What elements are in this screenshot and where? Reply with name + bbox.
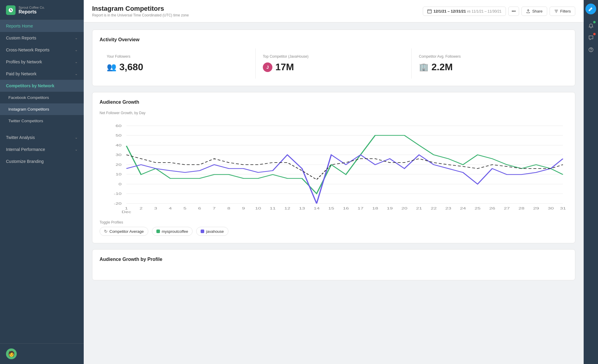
sidebar-item-facebook-competitors[interactable]: Facebook Competitors	[0, 92, 84, 103]
svg-text:2: 2	[140, 207, 143, 210]
sidebar: Sprout Coffee Co. Reports Reports Home C…	[0, 0, 84, 364]
legend-competitor-avg[interactable]: ↻ Competitor Average	[100, 227, 148, 236]
top-competitor-label: Top Competitor (JavaHouse)	[263, 54, 404, 59]
user-avatar-section: 🧑	[0, 343, 84, 364]
top-competitor-value: J 17M	[263, 62, 404, 73]
audience-growth-by-profile-card: Audience Growth by Profile	[92, 249, 575, 280]
svg-text:30: 30	[548, 207, 554, 210]
sidebar-item-paid-by-network[interactable]: Paid by Network ⌄	[0, 68, 84, 80]
content-area: Activity Overview Your Followers 👥 3,680…	[84, 22, 584, 364]
svg-text:26: 26	[489, 207, 495, 210]
legend-javahouse[interactable]: javahouse	[196, 227, 228, 236]
share-button[interactable]: Share	[521, 7, 547, 16]
svg-text:4: 4	[169, 207, 172, 210]
calendar-icon	[427, 9, 432, 13]
question-icon	[588, 47, 594, 52]
audience-growth-by-profile-title: Audience Growth by Profile	[100, 257, 568, 262]
audience-growth-title: Audience Growth	[100, 100, 568, 105]
svg-text:14: 14	[314, 207, 320, 210]
notification-badge	[593, 21, 596, 23]
svg-text:8: 8	[227, 207, 230, 210]
svg-text:25: 25	[475, 207, 480, 210]
svg-text:30: 30	[115, 153, 121, 157]
purple-dot-icon	[201, 230, 204, 233]
sidebar-item-competitors-by-network[interactable]: Competitors by Network	[0, 80, 84, 92]
purple-line	[126, 155, 563, 204]
sidebar-item-cross-network[interactable]: Cross-Network Reports ⌄	[0, 44, 84, 56]
sidebar-item-profiles-by-network[interactable]: Profiles by Network ⌄	[0, 56, 84, 68]
svg-text:23: 23	[445, 207, 451, 210]
svg-rect-0	[428, 9, 431, 13]
sidebar-item-internal-performance[interactable]: Internal Performance ⌄	[0, 143, 84, 155]
teal-dot-icon	[156, 230, 160, 233]
competitor-avatar: J	[263, 62, 272, 72]
dotted-avg-line	[126, 155, 563, 180]
chevron-down-icon: ⌄	[75, 147, 78, 152]
sidebar-item-custom-reports[interactable]: Custom Reports ⌄	[0, 32, 84, 44]
svg-text:0: 0	[118, 182, 121, 186]
svg-text:-10: -10	[114, 192, 121, 195]
svg-text:7: 7	[213, 207, 216, 210]
chevron-down-icon: ⌄	[75, 36, 78, 40]
date-range-button[interactable]: 12/1/21 – 12/31/21 vs 11/1/21 – 11/30/21	[423, 7, 506, 16]
svg-point-58	[591, 51, 591, 51]
followers-value: 👥 3,680	[107, 62, 248, 73]
chart-label: Net Follower Growth, by Day	[100, 111, 568, 115]
svg-text:9: 9	[242, 207, 245, 210]
app-logo	[6, 5, 16, 15]
followers-label: Your Followers	[107, 54, 248, 59]
notifications-button[interactable]	[585, 20, 596, 31]
chevron-down-icon: ⌄	[75, 48, 78, 52]
legend-row: ↻ Competitor Average mysproutcoffee java…	[100, 227, 568, 236]
page-subtitle: Report is in the Universal Time Coordina…	[92, 13, 189, 17]
building-icon: 🏢	[419, 62, 428, 72]
help-button[interactable]	[585, 44, 596, 55]
bell-icon	[588, 23, 594, 28]
svg-text:18: 18	[372, 207, 378, 210]
page-title: Instagram Competitors	[92, 5, 189, 13]
app-name: Reports	[19, 9, 45, 15]
svg-text:5: 5	[183, 207, 186, 210]
more-options-button[interactable]: •••	[508, 7, 519, 16]
main-content: Instagram Competitors Report is in the U…	[84, 0, 584, 364]
sidebar-item-reports-home[interactable]: Reports Home	[0, 20, 84, 32]
svg-text:15: 15	[328, 207, 334, 210]
followers-cell: Your Followers 👥 3,680	[100, 48, 256, 79]
svg-text:11: 11	[270, 207, 276, 210]
avg-followers-value: 🏢 2.2M	[419, 62, 561, 73]
audience-growth-card: Audience Growth Net Follower Growth, by …	[92, 92, 575, 243]
svg-text:6: 6	[198, 207, 201, 210]
svg-text:21: 21	[416, 207, 422, 210]
svg-text:17: 17	[358, 207, 364, 210]
svg-text:20: 20	[115, 163, 121, 166]
company-name: Sprout Coffee Co.	[19, 6, 45, 9]
chart-svg: .grid-line { stroke: #e8e8e8; stroke-wid…	[100, 120, 568, 215]
date-range-label: 12/1/21 – 12/31/21 vs 11/1/21 – 11/30/21	[434, 9, 502, 13]
svg-text:16: 16	[343, 207, 349, 210]
svg-text:40: 40	[115, 143, 121, 147]
header-title-section: Instagram Competitors Report is in the U…	[92, 5, 189, 17]
sidebar-item-instagram-competitors[interactable]: Instagram Competitors	[0, 103, 84, 115]
sidebar-header: Sprout Coffee Co. Reports	[0, 0, 84, 20]
chevron-down-icon: ⌄	[75, 135, 78, 140]
svg-text:29: 29	[533, 207, 539, 210]
message-badge	[593, 33, 596, 35]
pencil-icon	[588, 7, 593, 11]
svg-text:10: 10	[115, 172, 121, 176]
svg-text:60: 60	[115, 124, 121, 128]
filters-icon	[554, 9, 559, 13]
sidebar-item-twitter-competitors[interactable]: Twitter Competitors	[0, 115, 84, 127]
activity-overview-title: Activity Overview	[100, 37, 568, 42]
svg-text:50: 50	[115, 134, 121, 137]
filters-button[interactable]: Filters	[550, 7, 575, 16]
followers-icon: 👥	[107, 62, 116, 72]
messages-button[interactable]	[585, 32, 596, 43]
activity-overview-card: Activity Overview Your Followers 👥 3,680…	[92, 30, 575, 86]
svg-text:-20: -20	[114, 202, 121, 205]
sidebar-item-customize-branding[interactable]: Customize Branding	[0, 155, 84, 167]
avatar[interactable]: 🧑	[6, 348, 17, 359]
svg-text:19: 19	[387, 207, 393, 210]
sidebar-item-twitter-analysis[interactable]: Twitter Analysis ⌄	[0, 131, 84, 143]
compose-button[interactable]	[585, 4, 596, 14]
legend-mysproutcoffee[interactable]: mysproutcoffee	[152, 227, 193, 236]
